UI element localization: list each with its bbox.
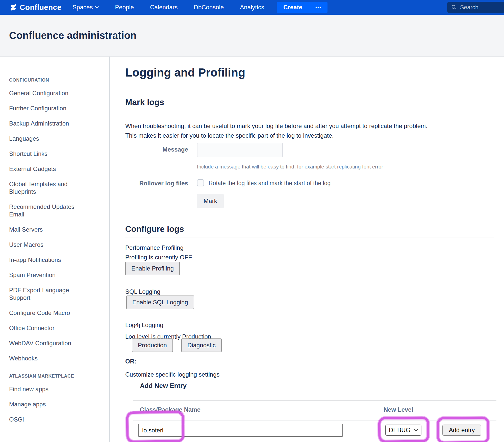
sidebar-item-shortcut-links[interactable]: Shortcut Links (9, 150, 87, 158)
sidebar-item-general-configuration[interactable]: General Configuration (9, 89, 87, 97)
sidebar-item-webhooks[interactable]: Webhooks (9, 355, 87, 362)
table-row-divider (133, 420, 496, 421)
divider (125, 237, 494, 237)
sidebar-section-marketplace: ATLASSIAN MARKETPLACE (9, 372, 109, 380)
sidebar-item-external-gadgets[interactable]: External Gadgets (9, 165, 87, 173)
sidebar-item-find-new-apps[interactable]: Find new apps (9, 385, 87, 393)
configuration-list: General Configuration Further Configurat… (9, 89, 109, 362)
diagnostic-button[interactable]: Diagnostic (181, 338, 222, 352)
confluence-admin-page: Confluence Spaces People Calendars DbCon… (0, 0, 504, 442)
confluence-logo-icon (10, 4, 17, 11)
marketplace-list: Find new apps Manage apps OSGi (9, 385, 109, 423)
sidebar-section-configuration: CONFIGURATION (9, 76, 109, 84)
confluence-wordmark: Confluence (20, 3, 61, 12)
sidebar-item-backup-administration[interactable]: Backup Administration (9, 120, 87, 127)
customize-logging-text: Customize specific logging settings (125, 370, 220, 379)
sidebar-item-mail-servers[interactable]: Mail Servers (9, 226, 87, 233)
confluence-logo[interactable]: Confluence (10, 3, 61, 12)
sidebar-item-spam-prevention[interactable]: Spam Prevention (9, 271, 87, 279)
table-border-top (133, 400, 496, 401)
mark-logs-heading: Mark logs (125, 97, 164, 107)
table-border-bottom (133, 440, 496, 440)
performance-profiling-title: Performance Profiling (125, 243, 184, 253)
enable-sql-logging-button[interactable]: Enable SQL Logging (126, 296, 194, 309)
sidebar-item-recommended-updates-email[interactable]: Recommended Updates Email (9, 203, 87, 218)
content-title: Logging and Profiling (125, 66, 245, 79)
enable-profiling-button[interactable]: Enable Profiling (125, 262, 180, 275)
log4j-logging-title: Log4j Logging (125, 320, 163, 330)
new-level-select[interactable]: DEBUG (385, 425, 421, 436)
add-entry-button[interactable]: Add entry (442, 425, 481, 436)
divider (125, 315, 494, 315)
column-header-class-package: Class/Package Name (140, 406, 200, 413)
select-chevron-icon (414, 429, 418, 432)
mark-logs-description: When troubleshooting, it can be useful t… (125, 121, 427, 140)
sidebar-item-configure-code-macro[interactable]: Configure Code Macro (9, 309, 87, 317)
production-button[interactable]: Production (132, 338, 173, 352)
chevron-down-icon (95, 6, 99, 9)
main-content: Logging and Profiling Mark logs When tro… (110, 0, 504, 442)
sidebar-item-webdav-configuration[interactable]: WebDAV Configuration (9, 339, 87, 347)
sidebar-item-osgi[interactable]: OSGi (9, 416, 87, 423)
new-level-value: DEBUG (389, 427, 410, 434)
partial-next-heading: Existing Levels (140, 441, 188, 442)
mark-button[interactable]: Mark (197, 194, 224, 208)
profiling-status-text: Profiling is currently OFF. (125, 253, 193, 262)
sidebar-item-further-configuration[interactable]: Further Configuration (9, 105, 87, 112)
or-label: OR: (125, 357, 136, 366)
configure-logs-heading: Configure logs (125, 224, 184, 234)
sidebar-item-pdf-export-language-support[interactable]: PDF Export Language Support (9, 286, 87, 302)
sidebar-item-user-macros[interactable]: User Macros (9, 241, 87, 249)
rollover-label: Rollover log files (125, 180, 188, 187)
divider (125, 281, 494, 281)
sidebar-item-office-connector[interactable]: Office Connector (9, 324, 87, 332)
message-label: Message (125, 146, 188, 153)
add-new-entry-heading: Add New Entry (140, 382, 187, 390)
sidebar-item-global-templates[interactable]: Global Templates and Blueprints (9, 180, 87, 195)
divider (125, 114, 494, 114)
class-package-name-input[interactable] (138, 424, 343, 437)
sidebar-item-manage-apps[interactable]: Manage apps (9, 401, 87, 408)
sidebar-item-in-app-notifications[interactable]: In-app Notifications (9, 256, 87, 264)
message-help-text: Include a message that will be easy to f… (197, 164, 383, 170)
admin-sidebar: CONFIGURATION General Configuration Furt… (0, 57, 109, 431)
sidebar-item-languages[interactable]: Languages (9, 135, 87, 142)
sql-logging-title: SQL Logging (125, 287, 160, 297)
column-header-new-level: New Level (384, 406, 413, 413)
message-field[interactable] (197, 143, 283, 157)
rollover-checkbox[interactable] (197, 179, 204, 186)
rollover-checkbox-text: Rotate the log files and mark the start … (209, 180, 331, 187)
nav-item-spaces[interactable]: Spaces (72, 4, 99, 11)
